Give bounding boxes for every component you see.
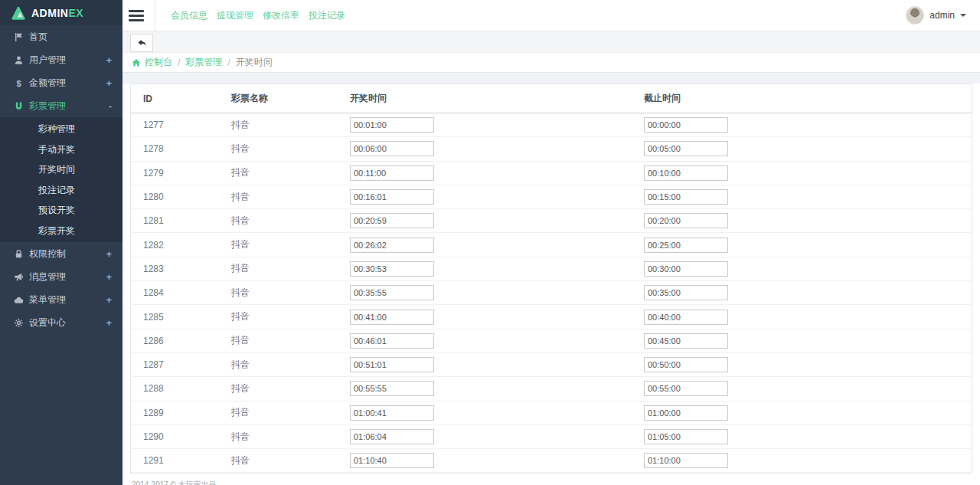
cell-id: 1281 — [131, 215, 231, 226]
draw-time-input[interactable] — [350, 238, 434, 253]
flag-icon — [14, 32, 29, 42]
cell-lottery-name: 抖音 — [231, 431, 350, 444]
sidebar-subitem-bet-records[interactable]: 投注记录 — [0, 180, 122, 201]
dollar-icon: $ — [14, 78, 29, 88]
expand-plus-icon: + — [106, 271, 112, 283]
close-time-input[interactable] — [644, 238, 728, 253]
main-area: 会员信息 提现管理 修改倍率 投注记录 admin 控制台 / 彩票管理 / 开… — [122, 0, 980, 485]
brand-title: ADMINEX — [31, 7, 83, 19]
draw-time-input[interactable] — [350, 357, 434, 372]
content-gap — [122, 73, 980, 84]
close-time-input[interactable] — [644, 117, 728, 133]
cell-lottery-name: 抖音 — [231, 406, 350, 419]
expand-plus-icon: + — [106, 317, 112, 329]
cell-lottery-name: 抖音 — [231, 191, 350, 204]
close-time-input[interactable] — [644, 381, 728, 396]
sidebar-item-settings-center[interactable]: 设置中心 + — [0, 311, 122, 334]
sidebar-item-permission-control[interactable]: 权限控制 + — [0, 242, 122, 265]
draw-time-input[interactable] — [350, 381, 434, 396]
cell-lottery-name: 抖音 — [231, 215, 350, 228]
sidebar-subitem-lottery-type[interactable]: 彩种管理 — [0, 119, 122, 139]
draw-time-input[interactable] — [350, 213, 434, 228]
sidebar-subitem-lottery-draw[interactable]: 彩票开奖 — [0, 221, 122, 241]
nav-link-bet-records[interactable]: 投注记录 — [309, 9, 345, 22]
close-time-input[interactable] — [644, 429, 728, 444]
lottery-submenu: 彩种管理 手动开奖 开奖时间 投注记录 预设开奖 彩票开奖 — [0, 117, 122, 242]
cell-lottery-name: 抖音 — [231, 238, 350, 251]
close-time-input[interactable] — [644, 141, 728, 156]
table-row: 1290 抖音 — [131, 425, 972, 449]
draw-time-input[interactable] — [350, 189, 434, 205]
draw-time-input[interactable] — [350, 429, 434, 444]
user-name: admin — [929, 10, 955, 21]
sidebar-item-message-management[interactable]: 消息管理 + — [0, 265, 122, 288]
hamburger-menu-icon[interactable] — [129, 8, 144, 24]
nav-link-modify-rate[interactable]: 修改倍率 — [263, 9, 299, 22]
table-body: 1277 抖音 1278 抖音 1279 抖音 1280 抖音 1281 抖音 … — [131, 113, 972, 473]
nav-link-member-info[interactable]: 会员信息 — [171, 9, 207, 22]
user-menu[interactable]: admin — [906, 6, 980, 25]
chevron-down-icon — [960, 14, 966, 17]
sidebar-subitem-draw-time[interactable]: 开奖时间 — [0, 159, 122, 180]
close-time-input[interactable] — [644, 165, 728, 181]
draw-time-input[interactable] — [350, 333, 434, 349]
avatar — [906, 6, 924, 25]
close-time-input[interactable] — [644, 189, 728, 205]
sidebar: ADMINEX 首页 用户管理 + $ 金额管理 + 彩票管理 - 彩种管理 手… — [0, 0, 122, 485]
draw-time-input[interactable] — [350, 405, 434, 421]
cell-lottery-name: 抖音 — [231, 287, 350, 300]
close-time-input[interactable] — [644, 285, 728, 300]
nav-link-withdraw-management[interactable]: 提现管理 — [217, 9, 253, 22]
table-row: 1284 抖音 — [131, 281, 972, 305]
cell-lottery-name: 抖音 — [231, 166, 350, 179]
header-close-time: 截止时间 — [644, 92, 972, 105]
topbar-divider — [155, 0, 155, 31]
cell-lottery-name: 抖音 — [231, 310, 350, 323]
cell-id: 1291 — [131, 455, 231, 466]
draw-time-input[interactable] — [350, 141, 434, 156]
table-header-row: ID 彩票名称 开奖时间 截止时间 — [131, 84, 972, 113]
magnet-icon — [14, 101, 29, 111]
breadcrumb-home[interactable]: 控制台 — [132, 56, 172, 69]
close-time-input[interactable] — [644, 405, 728, 421]
draw-time-input[interactable] — [350, 261, 434, 277]
draw-time-input[interactable] — [350, 165, 434, 181]
expand-plus-icon: + — [106, 77, 112, 89]
cell-id: 1287 — [131, 359, 231, 370]
cell-lottery-name: 抖音 — [231, 262, 350, 275]
cell-id: 1284 — [131, 287, 231, 298]
sidebar-item-finance-management[interactable]: $ 金额管理 + — [0, 71, 122, 94]
cell-id: 1288 — [131, 383, 231, 394]
close-time-input[interactable] — [644, 261, 728, 277]
breadcrumb-section[interactable]: 彩票管理 — [185, 56, 222, 69]
user-icon — [14, 55, 29, 65]
draw-time-input[interactable] — [350, 453, 434, 468]
sidebar-item-home[interactable]: 首页 — [0, 25, 122, 48]
header-lottery-name: 彩票名称 — [231, 92, 350, 105]
draw-time-input[interactable] — [350, 285, 434, 300]
megaphone-icon — [14, 272, 29, 282]
draw-time-input[interactable] — [350, 310, 434, 325]
sidebar-item-menu-management[interactable]: 菜单管理 + — [0, 288, 122, 311]
svg-text:$: $ — [16, 78, 21, 87]
close-time-input[interactable] — [644, 310, 728, 325]
brand-logo[interactable]: ADMINEX — [0, 0, 122, 25]
sidebar-subitem-preset-draw[interactable]: 预设开奖 — [0, 200, 122, 221]
cell-lottery-name: 抖音 — [231, 382, 350, 395]
table-row: 1282 抖音 — [131, 233, 972, 257]
close-time-input[interactable] — [644, 333, 728, 349]
close-time-input[interactable] — [644, 357, 728, 372]
close-time-input[interactable] — [644, 213, 728, 228]
cell-id: 1286 — [131, 336, 231, 346]
cell-id: 1285 — [131, 312, 231, 323]
cell-id: 1290 — [131, 431, 231, 442]
table-row: 1288 抖音 — [131, 377, 972, 401]
sidebar-item-user-management[interactable]: 用户管理 + — [0, 48, 122, 71]
back-button[interactable] — [130, 34, 153, 52]
table-row: 1278 抖音 — [131, 137, 972, 161]
close-time-input[interactable] — [644, 453, 728, 468]
sidebar-subitem-manual-draw[interactable]: 手动开奖 — [0, 139, 122, 160]
draw-time-input[interactable] — [350, 117, 434, 133]
tab-strip — [122, 31, 980, 52]
sidebar-item-lottery-management[interactable]: 彩票管理 - — [0, 94, 122, 117]
